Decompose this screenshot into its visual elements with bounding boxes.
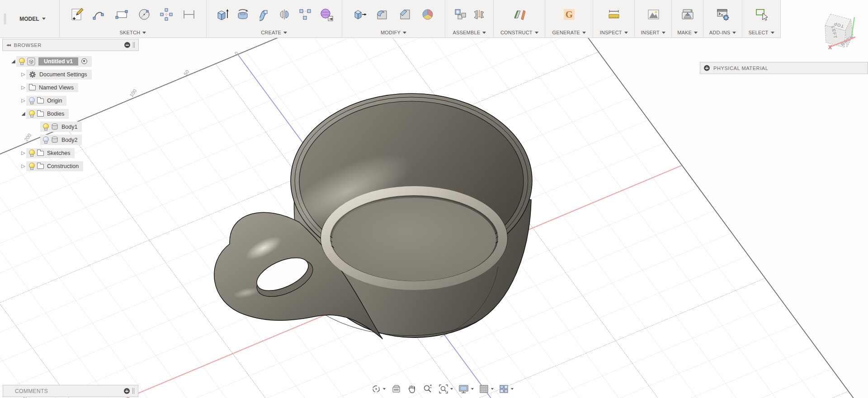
viewcube-y-axis xyxy=(852,17,854,36)
viewports-button[interactable] xyxy=(498,383,514,395)
visibility-bulb-icon[interactable] xyxy=(43,123,48,131)
visibility-bulb-icon[interactable] xyxy=(29,150,34,157)
fillet-icon[interactable] xyxy=(374,6,390,23)
workspace-switcher[interactable]: MODEL xyxy=(0,0,60,37)
fit-button[interactable] xyxy=(437,383,454,395)
expander-icon[interactable]: ▷ xyxy=(20,84,26,90)
chevron-down-icon xyxy=(383,388,386,390)
visibility-bulb-icon[interactable] xyxy=(19,58,24,65)
collapse-panel-icon[interactable]: ◀◀ xyxy=(6,43,10,47)
section-label: CONSTRUCT xyxy=(500,30,533,35)
comments-title: COMMENTS xyxy=(15,388,124,394)
mirror-icon[interactable] xyxy=(276,6,292,23)
toolbar-section-make: MAKE xyxy=(672,0,703,37)
tree-row-body2[interactable]: Body2 xyxy=(2,133,139,146)
select-icon[interactable] xyxy=(753,6,769,23)
navigation-toolbar xyxy=(370,382,514,396)
comments-header[interactable]: COMMENTS xyxy=(3,385,138,397)
viewcube[interactable]: TOP BACK LEFT X xyxy=(809,5,868,56)
panel-drag-handle[interactable] xyxy=(132,388,134,394)
make-menu[interactable]: MAKE xyxy=(672,28,703,37)
press-pull-icon[interactable] xyxy=(351,6,368,23)
select-menu[interactable]: SELECT xyxy=(742,28,780,37)
addins-menu[interactable]: ADD-INS xyxy=(703,28,742,37)
pan-button[interactable] xyxy=(406,383,418,395)
appearance-icon[interactable] xyxy=(420,6,436,23)
assemble-menu[interactable]: ASSEMBLE xyxy=(445,28,493,37)
chevron-down-icon xyxy=(624,32,628,34)
new-component-icon[interactable] xyxy=(452,6,468,23)
browser-header[interactable]: ◀◀ BROWSER xyxy=(2,39,139,51)
chevron-down-icon xyxy=(482,32,486,34)
expander-icon[interactable]: ◢ xyxy=(10,58,16,64)
toolbar-section-assemble: ASSEMBLE xyxy=(445,0,494,37)
expand-plus-icon[interactable] xyxy=(704,65,710,71)
construct-menu[interactable]: CONSTRUCT xyxy=(494,28,545,37)
rectangle-icon[interactable] xyxy=(113,6,130,23)
tree-row-origin[interactable]: ▷ Origin xyxy=(2,94,139,107)
zoom-button[interactable] xyxy=(421,383,434,395)
look-at-button[interactable] xyxy=(390,383,402,395)
grid-settings-button[interactable] xyxy=(478,383,495,395)
pattern-icon[interactable] xyxy=(297,6,313,23)
orbit-button[interactable] xyxy=(370,383,387,395)
document-title[interactable]: Untitled v1 xyxy=(38,57,78,66)
joint-icon[interactable] xyxy=(471,6,487,23)
expand-plus-icon[interactable] xyxy=(124,388,130,394)
folder-icon xyxy=(37,112,44,117)
sweep-icon[interactable] xyxy=(255,6,272,23)
tree-item-label: Body2 xyxy=(61,137,77,143)
chevron-down-icon xyxy=(42,18,46,20)
insert-menu[interactable]: INSERT xyxy=(635,28,671,37)
section-label: INSPECT xyxy=(600,30,622,35)
tree-row-sketches[interactable]: ▷ Sketches xyxy=(2,146,139,159)
physical-material-title: PHYSICAL MATERIAL xyxy=(713,66,864,71)
generate-icon[interactable]: G xyxy=(561,6,577,23)
section-label: GENERATE xyxy=(552,30,580,35)
create-menu[interactable]: CREATE xyxy=(207,28,342,37)
visibility-bulb-icon[interactable] xyxy=(29,110,34,117)
3d-print-icon[interactable] xyxy=(679,6,696,23)
tree-row-bodies[interactable]: ◢ Bodies xyxy=(2,107,139,120)
tree-row-construction[interactable]: ▷ Construction xyxy=(2,159,139,173)
construction-plane-icon[interactable] xyxy=(511,6,528,23)
sketch-pattern-icon[interactable] xyxy=(158,6,175,23)
modify-menu[interactable]: MODIFY xyxy=(342,28,445,37)
visibility-bulb-icon[interactable] xyxy=(29,97,34,104)
visibility-bulb-icon[interactable] xyxy=(43,136,48,144)
tree-row-document-settings[interactable]: ▷ Document Settings xyxy=(2,68,139,81)
panel-drag-handle[interactable] xyxy=(133,42,135,48)
inspect-menu[interactable]: INSPECT xyxy=(593,28,634,37)
activate-component-icon[interactable] xyxy=(81,58,87,64)
scripts-addins-icon[interactable] xyxy=(715,6,731,23)
workspace-dropdown[interactable]: MODEL xyxy=(6,16,59,22)
folder-icon xyxy=(29,85,36,90)
create-sketch-icon[interactable] xyxy=(69,6,85,23)
chevron-down-icon xyxy=(491,388,494,390)
chamfer-icon[interactable] xyxy=(397,6,413,23)
physical-material-header[interactable]: PHYSICAL MATERIAL xyxy=(700,62,868,74)
revolve-icon[interactable] xyxy=(235,6,251,23)
expander-icon[interactable]: ▷ xyxy=(20,71,26,77)
generate-menu[interactable]: GENERATE xyxy=(545,28,593,37)
remove-panel-icon[interactable] xyxy=(124,42,130,48)
expander-icon[interactable]: ▷ xyxy=(20,98,26,103)
tree-row-named-views[interactable]: ▷ Named Views xyxy=(2,81,139,94)
measure-icon[interactable] xyxy=(606,6,622,23)
mug-floor xyxy=(332,198,496,281)
sketch-menu[interactable]: SKETCH xyxy=(60,28,206,37)
expander-icon[interactable]: ◢ xyxy=(20,111,26,117)
expander-icon[interactable]: ▷ xyxy=(20,150,26,156)
visibility-bulb-icon[interactable] xyxy=(29,163,34,170)
circle-icon[interactable] xyxy=(136,6,152,23)
expander-icon[interactable]: ▷ xyxy=(20,163,26,169)
dimension-icon[interactable] xyxy=(181,6,197,23)
tree-row-root[interactable]: ◢ Untitled v1 xyxy=(2,55,139,68)
spline-icon[interactable] xyxy=(91,6,107,23)
insert-image-icon[interactable] xyxy=(645,6,661,23)
main-toolbar: MODEL SKETCH CREATE xyxy=(0,0,781,38)
create-form-icon[interactable] xyxy=(318,6,334,23)
extrude-icon[interactable] xyxy=(214,6,230,23)
display-settings-button[interactable] xyxy=(457,383,475,395)
tree-row-body1[interactable]: Body1 xyxy=(2,120,139,133)
